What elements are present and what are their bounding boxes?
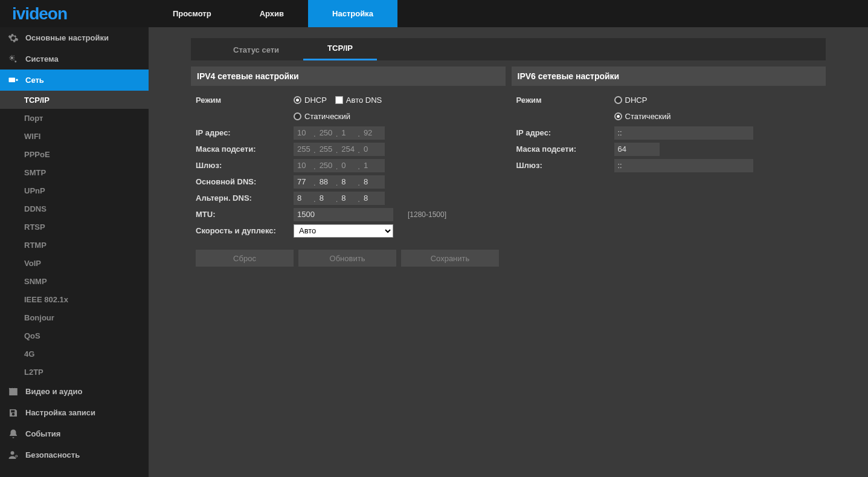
label-ipv4-speed: Скорость и дуплекс: bbox=[191, 226, 294, 235]
gears-icon bbox=[7, 53, 19, 65]
input-ipv6-mask[interactable] bbox=[614, 143, 660, 156]
radio-ipv4-dhcp[interactable]: DHCP bbox=[294, 96, 327, 105]
tab-view[interactable]: Просмотр bbox=[149, 0, 236, 27]
ip-octet[interactable] bbox=[360, 192, 385, 205]
ip-octet[interactable] bbox=[360, 143, 385, 156]
sidebar-sub-port[interactable]: Порт bbox=[0, 109, 149, 127]
sidebar-item-record[interactable]: Настройка записи bbox=[0, 402, 149, 423]
checkbox-autodns[interactable]: Авто DNS bbox=[335, 96, 382, 105]
checkbox-label: Авто DNS bbox=[346, 96, 382, 105]
sidebar-item-label: Безопасность bbox=[25, 450, 80, 459]
input-ipv4-dns1[interactable]: . . . bbox=[294, 175, 393, 189]
sidebar-item-system[interactable]: Система bbox=[0, 48, 149, 70]
input-ipv4-gw[interactable]: . . . bbox=[294, 159, 393, 172]
sidebar-sub-l2tp[interactable]: L2TP bbox=[0, 363, 149, 381]
sidebar-item-network[interactable]: Сеть bbox=[0, 70, 149, 91]
radio-ipv6-dhcp[interactable]: DHCP bbox=[614, 96, 648, 105]
sidebar-item-label: Сеть bbox=[25, 76, 44, 85]
checkbox-icon bbox=[335, 96, 343, 104]
sidebar: Основные настройки Система Сеть TCP/IP П… bbox=[0, 27, 149, 477]
svg-point-0 bbox=[11, 56, 14, 59]
sidebar-sub-voip[interactable]: VoIP bbox=[0, 254, 149, 272]
ip-octet[interactable] bbox=[360, 126, 385, 140]
sidebar-sub-rtmp[interactable]: RTMP bbox=[0, 236, 149, 254]
sidebar-sub-ddns[interactable]: DDNS bbox=[0, 200, 149, 218]
sidebar-sub-rtsp[interactable]: RTSP bbox=[0, 218, 149, 236]
panels: IPV4 сетевые настройки Режим DHCP Авто D… bbox=[191, 67, 826, 273]
save-icon bbox=[7, 407, 19, 419]
svg-rect-4 bbox=[9, 390, 18, 395]
sidebar-item-label: События bbox=[25, 429, 60, 438]
top-bar: ivideon Просмотр Архив Настройка bbox=[0, 0, 868, 27]
inner-tab-bar: Статус сети TCP/IP bbox=[191, 38, 826, 60]
input-mtu[interactable] bbox=[294, 208, 393, 221]
label-ipv4-dns2: Альтерн. DNS: bbox=[191, 193, 294, 203]
svg-rect-5 bbox=[9, 388, 18, 390]
label-ipv4-mask: Маска подсети: bbox=[191, 144, 294, 154]
radio-label: Статический bbox=[625, 112, 671, 121]
select-speed[interactable]: Авто bbox=[294, 224, 393, 238]
inner-tab-status[interactable]: Статус сети bbox=[209, 39, 303, 60]
ip-octet[interactable] bbox=[360, 159, 385, 172]
panel-ipv4-body: Режим DHCP Авто DNS bbox=[191, 86, 506, 273]
sidebar-item-label: Видео и аудио bbox=[25, 387, 82, 396]
label-ipv4-dns1: Основной DNS: bbox=[191, 177, 294, 186]
sidebar-item-security[interactable]: Безопасность bbox=[0, 444, 149, 466]
sidebar-sub-smtp[interactable]: SMTP bbox=[0, 163, 149, 181]
input-ipv6-ip[interactable] bbox=[614, 126, 753, 140]
panel-ipv6: IPV6 сетевые настройки Режим DHCP bbox=[512, 67, 826, 273]
input-ipv6-gw[interactable] bbox=[614, 159, 753, 172]
label-ipv6-mask: Маска подсети: bbox=[512, 144, 614, 154]
sidebar-sub-ieee[interactable]: IEEE 802.1x bbox=[0, 290, 149, 308]
svg-point-6 bbox=[11, 451, 14, 455]
inner-tab-tcpip[interactable]: TCP/IP bbox=[303, 37, 377, 60]
svg-point-1 bbox=[14, 60, 16, 62]
tab-archive[interactable]: Архив bbox=[236, 0, 308, 27]
label-ipv4-gw: Шлюз: bbox=[191, 161, 294, 170]
refresh-button[interactable]: Обновить bbox=[298, 250, 396, 267]
input-ipv4-mask[interactable]: . . . bbox=[294, 143, 393, 156]
radio-icon bbox=[614, 112, 622, 120]
sidebar-sub-upnp[interactable]: UPnP bbox=[0, 181, 149, 200]
sidebar-item-events[interactable]: События bbox=[0, 423, 149, 444]
label-ipv6-ip: IP адрес: bbox=[512, 128, 614, 137]
panel-ipv6-header: IPV6 сетевые настройки bbox=[512, 67, 826, 86]
main-region: Основные настройки Система Сеть TCP/IP П… bbox=[0, 27, 868, 477]
input-ipv4-dns2[interactable]: . . . bbox=[294, 192, 393, 205]
label-ipv6-gw: Шлюз: bbox=[512, 161, 614, 170]
button-row: Сброс Обновить Сохранить bbox=[191, 250, 506, 267]
input-ipv4-ip[interactable]: . . . bbox=[294, 126, 393, 140]
svg-rect-3 bbox=[16, 79, 18, 80]
save-button[interactable]: Сохранить bbox=[401, 250, 499, 267]
radio-icon bbox=[294, 112, 301, 120]
sidebar-sub-tcpip[interactable]: TCP/IP bbox=[0, 91, 149, 109]
radio-label: DHCP bbox=[625, 96, 648, 105]
panel-ipv4: IPV4 сетевые настройки Режим DHCP Авто D… bbox=[191, 67, 506, 273]
tab-setup[interactable]: Настройка bbox=[308, 0, 397, 27]
sidebar-sub-bonjour[interactable]: Bonjour bbox=[0, 308, 149, 326]
ip-octet[interactable] bbox=[360, 175, 385, 189]
radio-ipv6-static[interactable]: Статический bbox=[614, 112, 671, 121]
logo: ivideon bbox=[0, 4, 149, 24]
sidebar-item-label: Настройка записи bbox=[25, 408, 95, 417]
sidebar-item-label: Система bbox=[25, 54, 59, 63]
top-tabs: Просмотр Архив Настройка bbox=[149, 0, 397, 27]
label-ipv4-ip: IP адрес: bbox=[191, 128, 294, 137]
reset-button[interactable]: Сброс bbox=[196, 250, 294, 267]
svg-rect-2 bbox=[9, 77, 16, 82]
sidebar-sub-qos[interactable]: QoS bbox=[0, 326, 149, 345]
gear-icon bbox=[7, 32, 19, 44]
sidebar-sub-pppoe[interactable]: PPPoE bbox=[0, 145, 149, 163]
label-ipv6-mode: Режим bbox=[512, 96, 614, 105]
radio-ipv4-static[interactable]: Статический bbox=[294, 112, 350, 121]
sidebar-item-main[interactable]: Основные настройки bbox=[0, 27, 149, 48]
sidebar-sub-wifi[interactable]: WIFI bbox=[0, 127, 149, 145]
clapperboard-icon bbox=[7, 386, 19, 398]
sidebar-sub-4g[interactable]: 4G bbox=[0, 345, 149, 363]
sidebar-sub-snmp[interactable]: SNMP bbox=[0, 272, 149, 290]
radio-label: DHCP bbox=[304, 96, 327, 105]
panel-ipv4-header: IPV4 сетевые настройки bbox=[191, 67, 506, 86]
radio-label: Статический bbox=[304, 112, 350, 121]
sidebar-item-videoaudio[interactable]: Видео и аудио bbox=[0, 381, 149, 402]
sidebar-item-label: Основные настройки bbox=[25, 33, 109, 42]
